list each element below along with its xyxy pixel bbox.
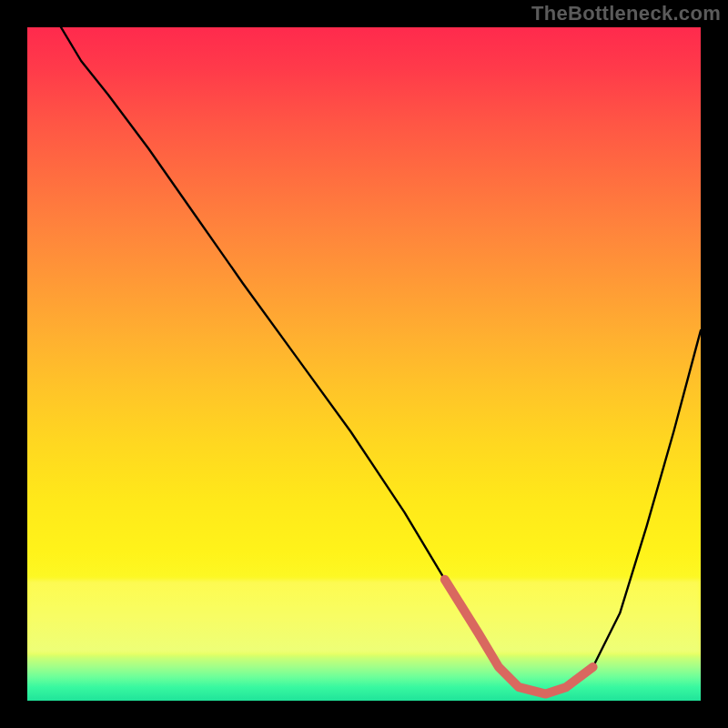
plot-area bbox=[27, 27, 701, 701]
highlight-path bbox=[445, 580, 593, 694]
main-curve-path bbox=[61, 27, 701, 694]
chart-frame: TheBottleneck.com bbox=[0, 0, 728, 728]
curve-svg bbox=[27, 27, 701, 701]
watermark-text: TheBottleneck.com bbox=[531, 2, 721, 25]
